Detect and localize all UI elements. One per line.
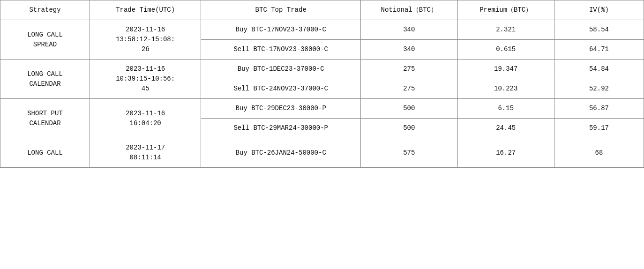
- trade-iv: 64.71: [554, 40, 644, 60]
- trade-notional: 500: [361, 99, 457, 119]
- trade-notional: 275: [361, 60, 457, 79]
- header-strategy: Strategy: [0, 0, 90, 20]
- strategy-cell: SHORT PUT CALENDAR: [0, 99, 90, 138]
- trade-label: Buy BTC-1DEC23-37000-C: [201, 60, 361, 79]
- tradetime-cell: 2023-11-16 13:58:12-15:08: 26: [90, 20, 201, 60]
- trade-notional: 575: [361, 138, 457, 168]
- header-row: Strategy Trade Time(UTC) BTC Top Trade N…: [0, 0, 644, 20]
- trade-premium: 10.223: [457, 79, 554, 99]
- header-iv: IV(%): [554, 0, 644, 20]
- table-row: LONG CALL SPREAD2023-11-16 13:58:12-15:0…: [0, 20, 644, 40]
- trade-premium: 24.45: [457, 119, 554, 138]
- header-premium: Premium（BTC）: [457, 0, 554, 20]
- tradetime-cell: 2023-11-17 08:11:14: [90, 138, 201, 168]
- trades-table: Strategy Trade Time(UTC) BTC Top Trade N…: [0, 0, 644, 168]
- strategy-cell: LONG CALL: [0, 138, 90, 168]
- table-row: LONG CALL CALENDAR2023-11-16 10:39:15-10…: [0, 60, 644, 79]
- trade-iv: 54.84: [554, 60, 644, 79]
- trade-label: Sell BTC-29MAR24-30000-P: [201, 119, 361, 138]
- tradetime-cell: 2023-11-16 10:39:15-10:56: 45: [90, 60, 201, 99]
- trade-notional: 340: [361, 20, 457, 40]
- trade-premium: 19.347: [457, 60, 554, 79]
- trade-iv: 56.87: [554, 99, 644, 119]
- header-notional: Notional（BTC）: [361, 0, 457, 20]
- main-table-container: Strategy Trade Time(UTC) BTC Top Trade N…: [0, 0, 644, 168]
- header-toptrade: BTC Top Trade: [201, 0, 361, 20]
- trade-premium: 0.615: [457, 40, 554, 60]
- strategy-cell: LONG CALL CALENDAR: [0, 60, 90, 99]
- trade-iv: 59.17: [554, 119, 644, 138]
- trade-premium: 2.321: [457, 20, 554, 40]
- trade-label: Sell BTC-17NOV23-38000-C: [201, 40, 361, 60]
- trade-notional: 500: [361, 119, 457, 138]
- trade-premium: 6.15: [457, 99, 554, 119]
- trade-iv: 68: [554, 138, 644, 168]
- tradetime-cell: 2023-11-16 16:04:20: [90, 99, 201, 138]
- trade-notional: 340: [361, 40, 457, 60]
- trade-iv: 58.54: [554, 20, 644, 40]
- header-tradetime: Trade Time(UTC): [90, 0, 201, 20]
- trade-iv: 52.92: [554, 79, 644, 99]
- trade-notional: 275: [361, 79, 457, 99]
- trade-label: Buy BTC-29DEC23-30000-P: [201, 99, 361, 119]
- trade-label: Sell BTC-24NOV23-37000-C: [201, 79, 361, 99]
- trade-premium: 16.27: [457, 138, 554, 168]
- table-row: SHORT PUT CALENDAR2023-11-16 16:04:20Buy…: [0, 99, 644, 119]
- table-row: LONG CALL2023-11-17 08:11:14Buy BTC-26JA…: [0, 138, 644, 168]
- trade-label: Buy BTC-17NOV23-37000-C: [201, 20, 361, 40]
- trade-label: Buy BTC-26JAN24-50000-C: [201, 138, 361, 168]
- strategy-cell: LONG CALL SPREAD: [0, 20, 90, 60]
